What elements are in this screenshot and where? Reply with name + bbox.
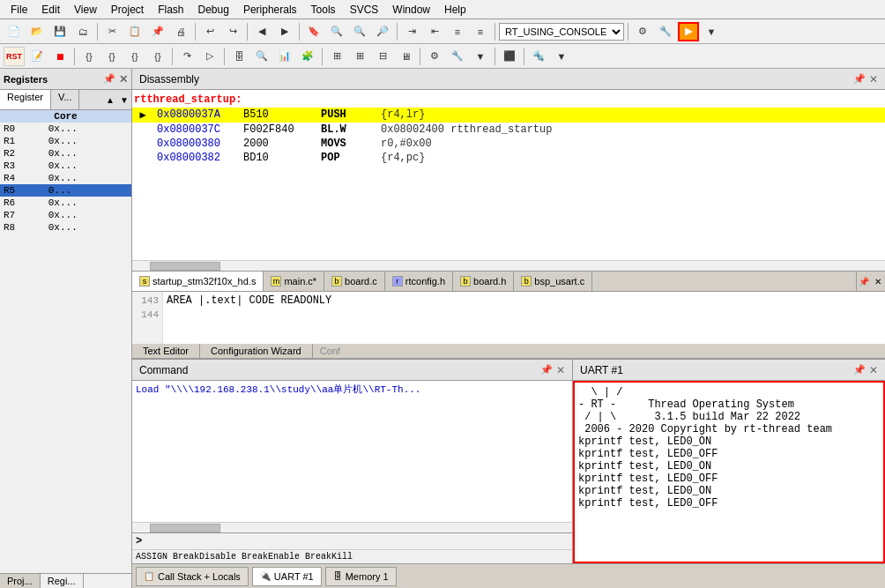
find3-btn[interactable]: 🔎 [372, 22, 393, 41]
find2-btn[interactable]: 🔍 [349, 22, 370, 41]
disasm-pin-icon[interactable]: 📌 [853, 73, 866, 85]
uart-close-btn[interactable]: ✕ [869, 364, 878, 376]
menu-debug[interactable]: Debug [191, 2, 236, 18]
command-line: Load "\\\\192.168.238.1\\study\\aa单片机\\R… [136, 383, 569, 396]
reg-tab-v[interactable]: V... [51, 90, 80, 109]
grid-btn[interactable]: ⊞ [326, 47, 347, 66]
menu-peripherals[interactable]: Peripherals [236, 2, 304, 18]
editor-tab-wizard[interactable]: Configuration Wizard [200, 344, 313, 358]
disasm-hscroll[interactable] [132, 260, 885, 271]
rst-btn[interactable]: RST [4, 47, 25, 66]
uart-pin-icon[interactable]: 📌 [853, 364, 866, 376]
command-content-area[interactable]: Load "\\\\192.168.238.1\\study\\aa单片机\\R… [132, 381, 572, 522]
menu-project[interactable]: Project [104, 2, 151, 18]
file-tab-3[interactable]: r rtconfig.h [385, 272, 453, 291]
find-btn[interactable]: 🔍 [326, 22, 347, 41]
redo-btn[interactable]: ↪ [222, 22, 243, 41]
disasm-close-btn[interactable]: ✕ [869, 73, 878, 86]
wrench-btn[interactable]: 🔩 [528, 47, 549, 66]
setup-btn[interactable]: ⚙ [424, 47, 445, 66]
bookmark-btn[interactable]: 🔖 [303, 22, 324, 41]
watch2-btn[interactable]: {} [101, 47, 123, 66]
register-table: Core R0 0x... R1 0x... R2 0x... [0, 110, 131, 573]
command-input[interactable] [145, 536, 569, 547]
reg-tab-scroll-up[interactable]: ▲ [103, 90, 117, 109]
registers-pin-icon[interactable]: 📌 [103, 73, 115, 85]
nav-fwd-btn[interactable]: ▶ [274, 22, 295, 41]
sep11 [322, 48, 323, 65]
indent2-btn[interactable]: ≡ [447, 22, 468, 41]
command-close-btn[interactable]: ✕ [556, 364, 565, 376]
display-btn[interactable]: 🖥 [395, 47, 416, 66]
tab-close-btn[interactable]: ✕ [871, 272, 885, 291]
mem-win-btn[interactable]: 🗄 [228, 47, 249, 66]
target-combo[interactable]: RT_USING_CONSOLE [499, 23, 624, 41]
step-over-btn[interactable]: ↷ [176, 47, 197, 66]
file-tab-5[interactable]: b bsp_usart.c [514, 272, 592, 291]
command-hscroll-thumb[interactable] [150, 524, 220, 532]
menu-view[interactable]: View [67, 2, 104, 18]
wrench2-btn[interactable]: ▼ [551, 47, 572, 66]
grid3-btn[interactable]: ⊟ [372, 47, 393, 66]
bottom-tab-callstack[interactable]: 📋 Call Stack + Locals [136, 567, 249, 586]
paste-btn[interactable]: 📌 [147, 22, 168, 41]
indent-btn[interactable]: ⇥ [401, 22, 422, 41]
run-btn[interactable]: ▷ [199, 47, 220, 66]
print-btn[interactable]: 🖨 [170, 22, 191, 41]
perf-btn[interactable]: 📊 [274, 47, 295, 66]
command-pin-icon[interactable]: 📌 [540, 364, 553, 376]
open-btn[interactable]: 📂 [26, 22, 48, 41]
table-row[interactable]: R5 0... [0, 184, 131, 197]
tab-pin-btn[interactable]: 📌 [857, 272, 871, 291]
proj-tab[interactable]: Proj... [0, 574, 41, 588]
file-tab-4[interactable]: b board.h [453, 272, 514, 291]
sep13 [495, 48, 495, 65]
menu-svcs[interactable]: SVCS [343, 2, 386, 18]
menu-file[interactable]: File [4, 2, 34, 18]
trace-btn[interactable]: 🔍 [251, 47, 272, 66]
logic-btn[interactable]: 🧩 [297, 47, 318, 66]
save-all-btn[interactable]: 🗂 [72, 22, 93, 41]
menu-tools[interactable]: Tools [304, 2, 343, 18]
uart-content-area[interactable]: \ | / - RT - Thread Operating System / |… [573, 381, 885, 563]
bottom-tab-uart[interactable]: 🔌 UART #1 [252, 567, 322, 586]
edit-mode-btn[interactable]: 📝 [26, 47, 48, 66]
code-editor[interactable]: AREA |.text| CODE READONLY [163, 292, 885, 344]
cut-btn[interactable]: ✂ [101, 22, 123, 41]
registers-close-btn[interactable]: ✕ [119, 73, 128, 86]
reg-tab-scroll-down[interactable]: ▼ [117, 90, 131, 109]
new-file-btn[interactable]: 📄 [4, 22, 25, 41]
file-tab-0[interactable]: s startup_stm32f10x_hd.s [132, 272, 264, 291]
editor-tab-text[interactable]: Text Editor [132, 344, 200, 358]
watch3-btn[interactable]: {} [124, 47, 145, 66]
watch1-btn[interactable]: {} [78, 47, 100, 66]
config1-btn[interactable]: ⚙ [632, 22, 653, 41]
menu-flash[interactable]: Flash [151, 2, 190, 18]
save-btn[interactable]: 💾 [49, 22, 71, 41]
menu-help[interactable]: Help [437, 2, 473, 18]
menu-edit[interactable]: Edit [34, 2, 67, 18]
menu-window[interactable]: Window [385, 2, 437, 18]
regi-tab[interactable]: Regi... [41, 574, 84, 588]
command-hscroll[interactable] [132, 522, 572, 532]
grid2-btn[interactable]: ⊞ [349, 47, 370, 66]
undo-btn[interactable]: ↩ [199, 22, 220, 41]
reg-tab-register[interactable]: Register [0, 90, 51, 109]
debug-opt-btn[interactable]: ▼ [701, 22, 722, 41]
green-btn[interactable]: ⬛ [499, 47, 520, 66]
tools-btn[interactable]: 🔧 [447, 47, 468, 66]
file-tab-2[interactable]: b board.c [324, 272, 385, 291]
outdent2-btn[interactable]: ≡ [470, 22, 491, 41]
copy-btn[interactable]: 📋 [124, 22, 145, 41]
disasm-hscroll-thumb[interactable] [150, 262, 220, 271]
nav-back-btn[interactable]: ◀ [251, 22, 272, 41]
tab-icon-4: b [460, 276, 471, 287]
debug-run-btn[interactable]: ▶ [678, 22, 699, 41]
file-tab-1[interactable]: m main.c* [264, 272, 324, 291]
stop-btn[interactable]: ⏹ [49, 47, 71, 66]
bottom-tab-memory[interactable]: 🗄 Memory 1 [325, 567, 397, 586]
outdent-btn[interactable]: ⇤ [424, 22, 445, 41]
tools2-btn[interactable]: ▼ [470, 47, 491, 66]
config2-btn[interactable]: 🔧 [655, 22, 676, 41]
watch4-btn[interactable]: {} [147, 47, 168, 66]
